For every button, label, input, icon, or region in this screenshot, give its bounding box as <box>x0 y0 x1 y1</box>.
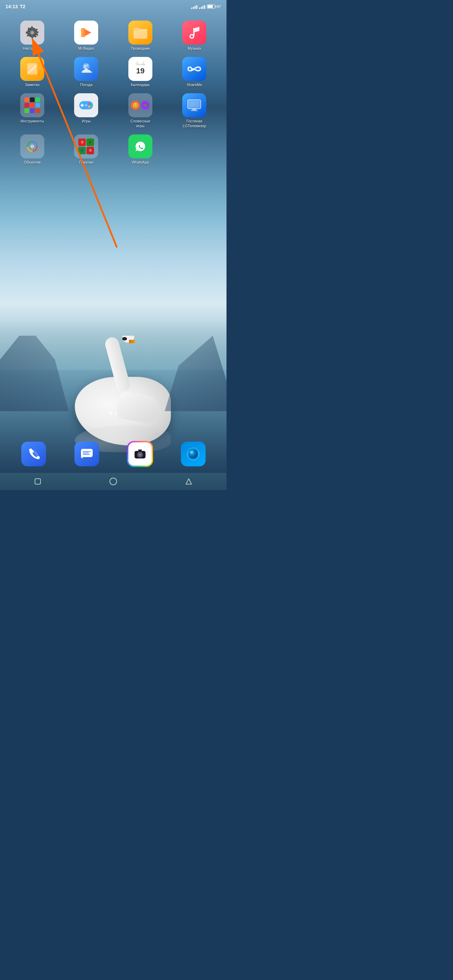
music-icon <box>187 25 201 40</box>
signal-bar <box>195 6 196 9</box>
svg-point-39 <box>90 104 93 106</box>
games-label: Игры <box>82 119 91 123</box>
signal-bars-2 <box>199 4 205 9</box>
mivideo-label: Mi Видео <box>78 46 94 51</box>
calendar-label: Календарь <box>131 83 150 87</box>
settings-gear-icon <box>25 25 40 40</box>
svg-point-49 <box>31 145 33 148</box>
status-right: 87 <box>191 4 221 9</box>
app-shopping[interactable]: ⑤ ✓ ✓ ⑤ Покупки <box>61 134 112 165</box>
nav-home-icon <box>109 477 117 485</box>
nav-back-button[interactable] <box>30 474 45 489</box>
whatsapp-icon-bg <box>128 134 152 158</box>
svg-point-64 <box>110 478 117 485</box>
signal-bar <box>193 7 194 9</box>
app-music[interactable]: Музыка <box>169 21 220 51</box>
battery-percent: 87 <box>217 5 221 9</box>
lens-icon-bg <box>20 134 44 158</box>
dock-browser[interactable] <box>181 442 206 466</box>
carrier-display: Т2 <box>20 4 26 9</box>
whatsapp-label: WhatsApp <box>131 160 149 165</box>
phone-icon-bg <box>21 442 46 466</box>
games-icon-bg <box>74 93 98 117</box>
app-whatsapp[interactable]: WhatsApp <box>115 134 166 165</box>
nav-recents-icon <box>185 478 193 485</box>
battery-fill <box>207 5 213 8</box>
svg-rect-37 <box>81 105 84 106</box>
weather-icon: 0° <box>78 61 94 77</box>
svg-rect-17 <box>134 30 147 39</box>
shareme-icon <box>187 61 202 77</box>
svg-marker-15 <box>81 28 85 37</box>
battery-icon <box>207 5 215 9</box>
tools-label: Инструменты <box>20 119 44 123</box>
svg-point-59 <box>141 452 142 453</box>
games-icon <box>78 99 94 111</box>
nav-home-button[interactable] <box>106 474 121 489</box>
dock <box>7 437 220 471</box>
app-wordgames[interactable]: 😊 🎮 Словесные игры <box>115 93 166 128</box>
signal-bar <box>203 6 204 9</box>
svg-point-40 <box>88 106 90 108</box>
app-calendar[interactable]: Пятница 19 Календарь <box>115 57 166 87</box>
dock-messages[interactable] <box>75 442 99 466</box>
page-dot-2[interactable] <box>115 412 117 415</box>
notes-icon-bg <box>20 57 44 81</box>
dock-phone[interactable] <box>21 442 46 466</box>
svg-rect-63 <box>35 479 40 484</box>
settings-label: Настройки <box>23 46 41 51</box>
status-bar: 14:13 Т2 87 <box>0 0 226 13</box>
lens-label: Объектив <box>24 160 40 165</box>
tools-icon-bg <box>20 93 44 117</box>
app-grid: Настройки Mi Видео Проводник <box>0 17 226 168</box>
messages-icon <box>80 448 94 460</box>
camera-icon-bg <box>128 442 152 466</box>
svg-point-58 <box>139 453 141 456</box>
app-weather[interactable]: 0° Погода <box>61 57 112 87</box>
svg-rect-20 <box>193 28 195 36</box>
mivideo-icon <box>78 25 94 40</box>
whatsapp-icon <box>132 138 148 154</box>
page-dot-1[interactable] <box>110 412 112 415</box>
app-notes[interactable]: Заметки <box>7 57 57 87</box>
svg-point-19 <box>191 35 193 37</box>
wordgames-icons: 😊 🎮 <box>131 101 150 110</box>
nav-recents-button[interactable] <box>181 474 196 489</box>
files-label: Проводник <box>131 46 150 51</box>
signal-bars-1 <box>191 4 197 9</box>
app-games[interactable]: Игры <box>61 93 112 128</box>
messages-icon-bg <box>75 442 99 466</box>
app-files[interactable]: Проводник <box>115 21 166 51</box>
music-label: Музыка <box>188 46 201 51</box>
notes-icon <box>24 61 40 77</box>
signal-bar <box>196 5 197 9</box>
signal-bar <box>201 7 202 9</box>
dock-camera[interactable] <box>128 442 152 466</box>
svg-rect-42 <box>85 104 87 106</box>
notes-label: Заметки <box>25 83 40 87</box>
app-lgtv[interactable]: Гостиная LGТелевизор <box>169 93 220 128</box>
shopping-mini-grid: ⑤ ✓ ✓ ⑤ <box>78 138 94 154</box>
music-icon-bg <box>182 21 206 45</box>
app-settings[interactable]: Настройки <box>7 21 57 51</box>
calendar-icon-bg: Пятница 19 <box>128 57 152 81</box>
lgtv-label: Гостиная LGТелевизор <box>180 119 208 128</box>
browser-icon <box>186 447 201 461</box>
app-tools[interactable]: Инструменты <box>7 93 57 128</box>
app-mivideo[interactable]: Mi Видео <box>61 21 112 51</box>
files-icon-bg <box>128 21 152 45</box>
files-icon <box>132 26 148 40</box>
signal-bar <box>191 8 192 9</box>
svg-rect-44 <box>189 101 199 107</box>
status-left: 14:13 Т2 <box>5 4 26 9</box>
browser-icon-bg <box>181 442 206 466</box>
weather-icon-bg: 0° <box>74 57 98 81</box>
svg-point-38 <box>88 103 90 105</box>
calendar-icon: Пятница 19 <box>132 60 149 78</box>
page-dots <box>110 412 117 415</box>
app-shareme[interactable]: ShareMe <box>169 57 220 87</box>
svg-point-61 <box>188 449 198 459</box>
shareme-icon-bg <box>182 57 206 81</box>
app-lens[interactable]: Объектив <box>7 134 57 165</box>
svg-point-13 <box>31 31 33 33</box>
